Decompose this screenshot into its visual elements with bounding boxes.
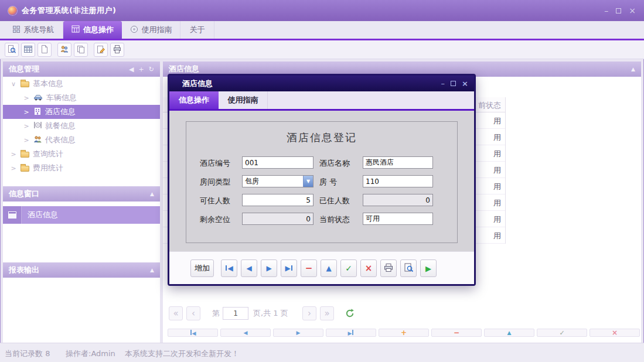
caret-right-icon[interactable]: > xyxy=(23,108,30,116)
dialog-prev-button[interactable]: ◀ xyxy=(241,259,257,277)
dialog-tab-info-operation[interactable]: 信息操作 xyxy=(169,91,219,109)
minimize-button[interactable]: – xyxy=(604,6,608,15)
vacant-label: 剩余空位 xyxy=(200,214,230,225)
room-type-select[interactable]: 包房 ▼ xyxy=(242,175,314,187)
pager-refresh-button[interactable] xyxy=(345,308,356,320)
strip-add-button[interactable]: + xyxy=(379,329,429,337)
print-icon xyxy=(113,45,122,56)
up-triangle-icon: ▲ xyxy=(507,330,512,336)
caret-down-icon[interactable]: ∨ xyxy=(10,80,17,88)
dialog-tab-user-guide[interactable]: 使用指南 xyxy=(219,91,268,109)
toolbar-table-button[interactable] xyxy=(21,43,35,57)
panel-add-icon[interactable]: + xyxy=(139,66,144,73)
toolbar-edit-button[interactable] xyxy=(94,43,108,57)
toolbar-search-button[interactable] xyxy=(5,43,19,57)
tree-item-hotel-info[interactable]: > 酒店信息 xyxy=(3,105,160,119)
strip-edit-button[interactable]: ▲ xyxy=(484,329,534,337)
hotel-name-input[interactable] xyxy=(363,156,433,169)
caret-right-icon[interactable]: > xyxy=(23,136,30,144)
close-button[interactable]: × xyxy=(629,6,636,15)
toolbar-new-document-button[interactable] xyxy=(38,43,52,57)
help-circle-icon xyxy=(130,25,138,35)
tree-item-label: 酒店信息 xyxy=(45,107,76,117)
dialog-next-button[interactable]: ▶ xyxy=(261,259,277,277)
dialog-edit-button[interactable]: ▲ xyxy=(321,259,337,277)
tree-item-dining-info[interactable]: > 就餐信息 xyxy=(3,119,160,133)
strip-first-button[interactable]: ◀ xyxy=(168,329,218,337)
tab-label: 关于 xyxy=(190,25,205,35)
collapse-icon[interactable]: ▲ xyxy=(150,191,154,197)
chevron-down-icon[interactable]: ▼ xyxy=(303,176,313,187)
tree-item-vehicle-info[interactable]: > 车辆信息 xyxy=(3,91,160,105)
caret-right-icon[interactable]: > xyxy=(23,122,30,130)
strip-cancel-button[interactable]: × xyxy=(590,329,640,337)
pager-next-button[interactable]: › xyxy=(302,306,316,320)
dialog-add-button[interactable]: 增加 xyxy=(190,259,214,277)
strip-post-button[interactable]: ✓ xyxy=(537,329,587,337)
strip-last-button[interactable]: ▶ xyxy=(326,329,376,337)
window-list-item-hotel-info[interactable]: 酒店信息 xyxy=(3,206,160,224)
panel-refresh-icon[interactable]: ↻ xyxy=(149,66,154,73)
tab-user-guide[interactable]: 使用指南 xyxy=(122,21,180,39)
collapse-icon[interactable]: ▲ xyxy=(150,267,154,273)
toolbar-print-button[interactable] xyxy=(110,43,124,57)
strip-next-button[interactable]: ▶ xyxy=(273,329,323,337)
copy-icon xyxy=(76,45,86,56)
capacity-input[interactable] xyxy=(242,194,314,206)
tab-system-nav[interactable]: 系统导航 xyxy=(4,21,63,39)
status-cell: 用 xyxy=(493,116,501,127)
pager-last-button[interactable]: » xyxy=(320,306,334,320)
tree-item-query-stats[interactable]: > 查询统计 xyxy=(3,147,160,161)
collapse-icon[interactable]: ▲ xyxy=(631,66,635,72)
caret-right-icon[interactable]: > xyxy=(10,165,17,172)
hotel-no-input[interactable] xyxy=(242,156,314,169)
hotel-no-label: 酒店编号 xyxy=(200,158,230,169)
last-record-icon: ▶ xyxy=(285,264,292,272)
room-no-input[interactable] xyxy=(363,175,433,187)
tree-item-basic-info[interactable]: ∨ 基本信息 xyxy=(3,77,160,91)
tree-item-label: 就餐信息 xyxy=(45,121,76,131)
toolbar-users-button[interactable] xyxy=(57,43,71,57)
tab-about[interactable]: 关于 xyxy=(180,21,214,39)
dialog-print-button[interactable] xyxy=(380,259,397,277)
tree-item-label: 费用统计 xyxy=(33,163,63,173)
dialog-confirm-button[interactable]: ✓ xyxy=(340,259,357,277)
tree-item-expense-stats[interactable]: > 费用统计 xyxy=(3,161,160,175)
dialog-maximize-button[interactable] xyxy=(451,81,456,86)
vacant-input[interactable] xyxy=(242,213,314,225)
tree-item-delegate-info[interactable]: > 代表信息 xyxy=(3,133,160,147)
double-left-icon: « xyxy=(173,308,178,319)
caret-right-icon[interactable]: > xyxy=(10,151,17,158)
status-input[interactable] xyxy=(363,213,433,225)
hotel-icon xyxy=(33,107,42,117)
left-icon: ‹ xyxy=(192,308,195,319)
dialog-close-button[interactable]: × xyxy=(462,79,468,88)
occupied-input[interactable] xyxy=(363,194,433,206)
dialog-run-button[interactable]: ▶ xyxy=(420,259,437,277)
pager-prev-button[interactable]: ‹ xyxy=(186,306,200,320)
tab-info-operation[interactable]: 信息操作 xyxy=(63,21,122,39)
next-record-icon: ▶ xyxy=(297,330,301,336)
panel-header-report-output[interactable]: 报表输出 ▲ xyxy=(3,262,160,278)
page-number-input[interactable] xyxy=(223,307,248,320)
dialog-first-button[interactable]: ◀ xyxy=(221,259,237,277)
status-cell: 用 xyxy=(493,231,501,241)
panel-header-info-window[interactable]: 信息窗口 ▲ xyxy=(3,186,160,202)
caret-right-icon[interactable]: > xyxy=(23,94,30,102)
toolbar-copy-button[interactable] xyxy=(74,43,88,57)
maximize-button[interactable] xyxy=(616,8,621,13)
dialog-cancel-button[interactable]: × xyxy=(360,259,377,277)
pager-first-button[interactable]: « xyxy=(169,306,183,320)
panel-back-icon[interactable]: ◀ xyxy=(129,66,134,73)
dialog-titlebar[interactable]: 酒店信息 – × xyxy=(169,76,474,91)
dialog-button-strip: 增加 ◀ ◀ ▶ ▶ − ▲ ✓ × ▶ xyxy=(169,251,474,284)
dialog-minimize-button[interactable]: – xyxy=(441,79,445,88)
strip-prev-button[interactable]: ◀ xyxy=(220,329,271,337)
dialog-last-button[interactable]: ▶ xyxy=(281,259,297,277)
dialog-preview-button[interactable] xyxy=(400,259,417,277)
dialog-delete-button[interactable]: − xyxy=(301,259,317,277)
panel-header-info-management[interactable]: 信息管理 ◀ + ↻ xyxy=(3,62,160,77)
tree-item-label: 代表信息 xyxy=(45,135,76,145)
strip-delete-button[interactable]: − xyxy=(431,329,482,337)
x-icon: × xyxy=(612,329,618,336)
